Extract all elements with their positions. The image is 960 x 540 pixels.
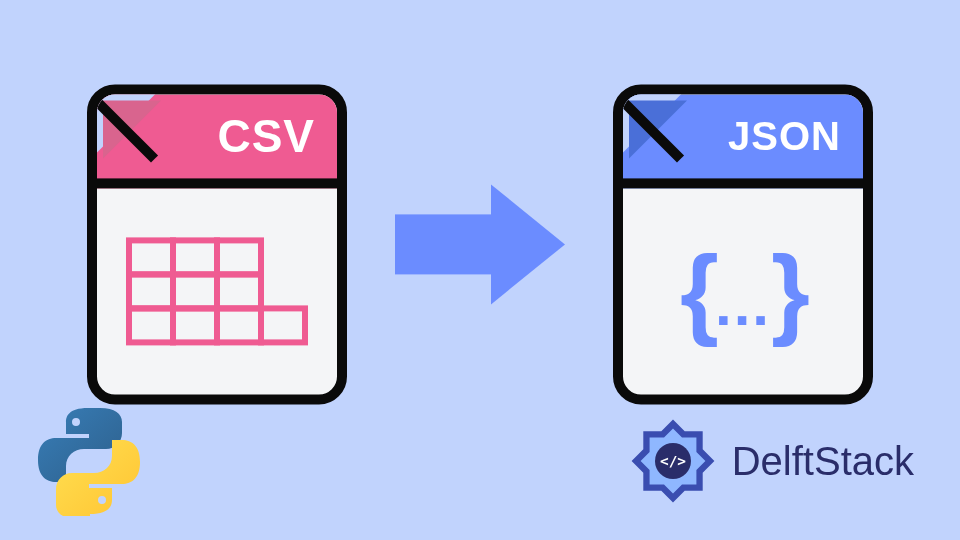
brand-logo: </> DelftStack [628, 416, 914, 506]
json-format-label: JSON [728, 114, 841, 159]
csv-file-card: CSV [87, 84, 347, 404]
csv-body [97, 188, 337, 394]
svg-text:</>: </> [660, 453, 686, 469]
json-file-card: JSON {...} [613, 84, 873, 404]
json-body: {...} [623, 188, 863, 394]
table-icon [126, 237, 308, 345]
brand-name: DelftStack [732, 439, 914, 484]
arrow-right-icon [395, 184, 565, 304]
python-icon [34, 406, 144, 516]
csv-format-label: CSV [217, 109, 315, 163]
braces-icon: {...} [680, 241, 806, 341]
conversion-diagram: CSV JSON {...} [87, 84, 873, 404]
brand-badge-icon: </> [628, 416, 718, 506]
